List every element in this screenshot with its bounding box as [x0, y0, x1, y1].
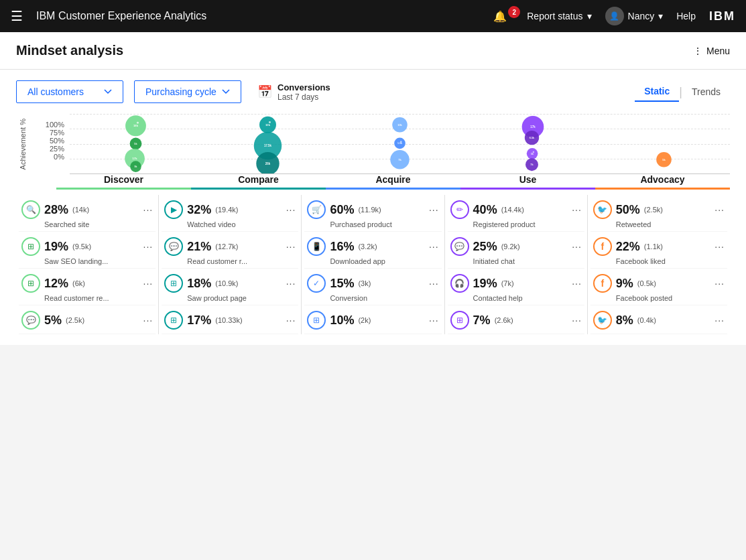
metric-watched-video: ▶ 32% (19.4k) ··· Watched video — [162, 195, 298, 232]
more-options-button[interactable]: ··· — [572, 315, 582, 326]
use-count-4: (2.6k) — [495, 316, 513, 324]
more-options-button[interactable]: ··· — [572, 204, 582, 215]
avatar: 👤 — [605, 7, 624, 25]
chat-icon: 💬 — [450, 237, 469, 256]
metric-read-customer-r: 💬 21% (12.7k) ··· Read customer r... — [162, 232, 298, 269]
acquire-pct-4: 10% — [330, 313, 354, 328]
advocacy-pct-4: 8% — [616, 313, 633, 328]
user-menu[interactable]: 👤 Nancy ▾ — [605, 7, 664, 25]
advocacy-label-3: Facebook posted — [593, 294, 725, 302]
metric-conversion: ✓ 15% (3k) ··· Conversion — [304, 269, 441, 305]
use-pct-1: 40% — [473, 203, 497, 217]
static-view-button[interactable]: Static — [635, 82, 679, 102]
more-options-button[interactable]: ··· — [143, 204, 153, 215]
discover-label-2: Saw SEO landing... — [21, 257, 153, 265]
svg-text:18k: 18k — [133, 124, 139, 127]
page-header: Mindset analysis ⋮ Menu — [0, 32, 746, 70]
more-options-button[interactable]: ··· — [429, 278, 439, 289]
svg-point-1 — [137, 122, 139, 124]
advocacy-count-1: (2.5k) — [644, 206, 663, 214]
more-options-button[interactable]: ··· — [286, 241, 296, 252]
compare-label: Compare — [191, 174, 326, 190]
help-button[interactable]: Help — [676, 11, 696, 21]
more-options-button[interactable]: ··· — [286, 278, 296, 289]
compare-count-1: (19.4k) — [215, 206, 238, 214]
headset-icon: 🎧 — [450, 274, 469, 293]
discover-pct-3: 12% — [44, 277, 68, 291]
more-options-button[interactable]: ··· — [714, 241, 725, 252]
report-status-button[interactable]: 🔔 2 Report status ▾ — [493, 10, 591, 23]
more-options-button[interactable]: ··· — [429, 241, 439, 252]
use-pct-3: 19% — [473, 277, 497, 291]
customer-filter-dropdown[interactable]: All customers — [16, 80, 123, 103]
y-tick-75: 75% — [50, 129, 64, 137]
discover-label-3: Read customer re... — [21, 294, 153, 302]
discover-count-4: (2.5k) — [66, 316, 84, 324]
top-bar: ☰ IBM Customer Experience Analytics 🔔 2 … — [0, 0, 746, 32]
kebab-icon: ⋮ — [693, 46, 702, 56]
discover-column: 18k 5k 17k 9k — [70, 114, 202, 173]
user-name: Nancy — [628, 11, 655, 21]
compare-metrics: ▶ 32% (19.4k) ··· Watched video 💬 21% (1… — [159, 195, 302, 334]
trends-view-button[interactable]: Trends — [682, 82, 730, 101]
acquire-pct-3: 15% — [330, 277, 354, 291]
advocacy-pct-2: 22% — [616, 240, 640, 254]
acquire-label-1: Purchased product — [307, 220, 438, 228]
more-options-button[interactable]: ··· — [286, 315, 296, 326]
svg-text:6.5k: 6.5k — [530, 137, 535, 139]
chat-icon: 💬 — [164, 237, 183, 256]
more-options-button[interactable]: ··· — [143, 278, 153, 289]
customer-filter-label: All customers — [27, 86, 84, 97]
more-options-button[interactable]: ··· — [714, 315, 725, 326]
metric-product-page: ⊞ 18% (10.9k) ··· Saw product page — [162, 269, 298, 305]
conversions-title: Conversions — [277, 82, 330, 92]
cycle-filter-dropdown[interactable]: Purchasing cycle — [134, 80, 241, 103]
more-options-button[interactable]: ··· — [714, 204, 725, 215]
more-options-button[interactable]: ··· — [714, 278, 725, 289]
more-options-button[interactable]: ··· — [572, 278, 582, 289]
cart-icon: 🛒 — [307, 200, 326, 219]
metric-advocacy-4: 🐦 8% (0.4k) ··· — [590, 305, 727, 334]
svg-point-10 — [269, 121, 271, 123]
compare-label-2: Read customer r... — [164, 257, 296, 265]
more-options-button[interactable]: ··· — [429, 204, 439, 215]
discover-label-1: Searched site — [21, 220, 153, 228]
more-options-button[interactable]: ··· — [286, 204, 296, 215]
use-label-1: Registered product — [450, 220, 582, 228]
metric-seo: ⊞ 19% (9.5k) ··· Saw SEO landing... — [19, 232, 156, 269]
metric-chat: 💬 25% (9.2k) ··· Initiated chat — [448, 232, 584, 269]
more-options-button[interactable]: ··· — [572, 241, 582, 252]
acquire-count-1: (11.9k) — [358, 206, 381, 214]
acquire-label-2: Downloaded app — [307, 257, 438, 265]
edit-icon: ✏ — [450, 200, 469, 219]
more-options-button[interactable]: ··· — [429, 315, 439, 326]
metric-fb-liked: f 22% (1.1k) ··· Facebook liked — [590, 232, 727, 269]
advocacy-count-3: (0.5k) — [637, 279, 656, 287]
hamburger-menu-icon[interactable]: ☰ — [11, 8, 23, 24]
compare-count-2: (12.7k) — [215, 242, 238, 251]
metric-fb-posted: f 9% (0.5k) ··· Facebook posted — [590, 269, 727, 305]
chevron-down-icon: ▾ — [587, 11, 592, 21]
more-options-button[interactable]: ··· — [143, 315, 153, 326]
chart-wrapper: Achievement % 100% 75% 50% 25% 0% 18k — [16, 114, 730, 174]
notification-badge: 2 — [508, 6, 520, 18]
page-menu-button[interactable]: ⋮ Menu — [693, 46, 730, 56]
discover-count-1: (14k) — [72, 206, 89, 214]
menu-label: Menu — [706, 46, 730, 56]
acquire-label: Acquire — [326, 174, 460, 190]
metric-use-4: ⊞ 7% (2.6k) ··· — [448, 305, 584, 334]
svg-text:17.5k: 17.5k — [264, 144, 272, 147]
compare-bubbles: 10k 17.5k 26k — [202, 114, 334, 173]
svg-text:1.5k: 1.5k — [397, 142, 402, 145]
metric-read-customer: ⊞ 12% (6k) ··· Read customer re... — [19, 269, 156, 305]
compare-pct-3: 18% — [187, 277, 211, 291]
grid-icon: ⊞ — [164, 274, 183, 293]
metric-downloaded: 📱 16% (3.2k) ··· Downloaded app — [304, 232, 441, 269]
advocacy-pct-3: 9% — [616, 277, 633, 291]
grid-icon: ⊞ — [450, 311, 469, 330]
use-label-2: Initiated chat — [450, 257, 582, 265]
check-icon: ✓ — [307, 274, 326, 293]
more-options-button[interactable]: ··· — [143, 241, 153, 252]
compare-pct-2: 21% — [187, 240, 211, 254]
column-labels: Discover Compare Acquire Use Advocacy — [56, 174, 730, 190]
